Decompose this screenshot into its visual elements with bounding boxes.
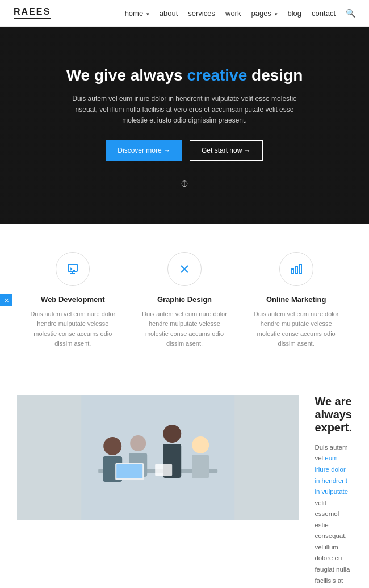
svg-point-15	[163, 425, 181, 443]
hero-headline-end: design	[247, 66, 303, 84]
web-dev-icon-wrapper	[56, 252, 90, 286]
svg-rect-21	[155, 464, 172, 476]
about-image	[17, 395, 299, 520]
online-marketing-icon	[290, 262, 303, 276]
about-paragraph-1: Duis autem vel eum iriure dolor in hendr…	[315, 442, 352, 588]
svg-rect-20	[116, 464, 142, 478]
hero-headline-start: We give always	[66, 66, 187, 84]
svg-rect-7	[295, 267, 297, 274]
search-icon[interactable]: 🔍	[346, 9, 355, 18]
nav-item-about[interactable]: about	[160, 9, 178, 18]
hero-headline-highlight: creative	[187, 66, 247, 84]
about-people-illustration	[17, 395, 299, 520]
scroll-down-icon: ⌽	[34, 177, 335, 190]
web-dev-desc: Duis autem vel eum nure dolor hendre mul…	[27, 309, 118, 349]
online-marketing-title: Online Marketing	[251, 295, 342, 304]
about-content: We are always expert. Duis autem vel eum…	[299, 395, 352, 588]
svg-point-17	[192, 436, 209, 453]
web-dev-icon	[66, 262, 79, 276]
nav-item-blog[interactable]: blog	[288, 9, 302, 18]
about-title: We are always expert.	[315, 395, 352, 434]
nav-links: home ▾ about services work pages ▾ blog …	[125, 9, 355, 18]
get-start-button[interactable]: Get start now →	[190, 140, 263, 161]
hero-content: We give always creative design Duis aute…	[34, 66, 335, 190]
services-section: Web Development Duis autem vel eum nure …	[0, 224, 369, 372]
float-x-button[interactable]: ✕	[0, 294, 12, 306]
graphic-design-icon	[178, 262, 191, 276]
graphic-design-icon-wrapper	[167, 252, 202, 286]
hero-section: We give always creative design Duis aute…	[0, 27, 369, 224]
nav-item-home[interactable]: home ▾	[125, 9, 149, 18]
hero-headline: We give always creative design	[34, 66, 335, 85]
web-dev-title: Web Development	[27, 295, 118, 304]
brand-logo: RAEES	[14, 7, 51, 19]
online-marketing-desc: Duis autem vel eum nure dolor hendre mul…	[251, 309, 342, 349]
nav-item-services[interactable]: services	[188, 9, 215, 18]
graphic-design-desc: Duis autem vel eum nure dolor hendre mul…	[139, 309, 230, 349]
discover-more-button[interactable]: Discover more →	[106, 140, 182, 161]
service-graphic-design: Graphic Design Duis autem vel eum nure d…	[139, 252, 230, 349]
service-web-dev: Web Development Duis autem vel eum nure …	[27, 252, 118, 349]
hero-description: Duis autem vel eum iriure dolor in hendr…	[65, 94, 304, 127]
about-section: We are always expert. Duis autem vel eum…	[0, 372, 369, 588]
online-marketing-icon-wrapper	[279, 252, 313, 286]
nav-item-pages[interactable]: pages ▾	[251, 9, 277, 18]
svg-point-11	[103, 437, 121, 455]
svg-rect-6	[291, 269, 293, 274]
svg-point-13	[130, 435, 146, 451]
navbar: RAEES home ▾ about services work pages ▾…	[0, 0, 369, 27]
nav-item-contact[interactable]: contact	[312, 9, 336, 18]
graphic-design-title: Graphic Design	[139, 295, 230, 304]
hero-buttons: Discover more → Get start now →	[34, 140, 335, 161]
svg-rect-18	[192, 455, 209, 478]
svg-rect-8	[299, 264, 301, 274]
service-online-marketing: Online Marketing Duis autem vel eum nure…	[251, 252, 342, 349]
float-x-icon: ✕	[4, 297, 9, 304]
nav-item-work[interactable]: work	[225, 9, 241, 18]
